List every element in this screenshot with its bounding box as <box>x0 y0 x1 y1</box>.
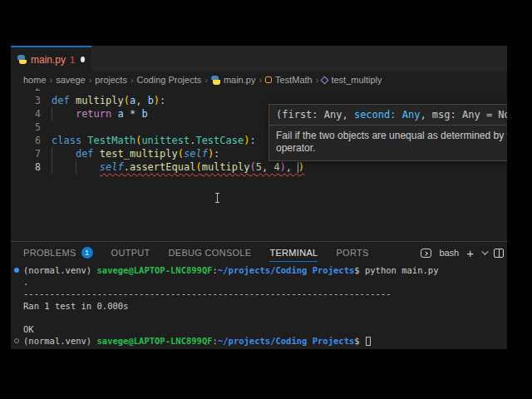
python-icon <box>17 55 27 64</box>
terminal-line-7: (normal.venv) savege@LAPTOP-LNC899QF:~/p… <box>11 335 507 347</box>
line-number: 4 <box>19 107 41 121</box>
terminal-line-1: (normal.venv) savege@LAPTOP-LNC899QF:~/p… <box>11 264 507 276</box>
breadcrumb-item-coding-projects[interactable]: Coding Projects <box>137 75 202 85</box>
terminal-line-6: OK <box>11 323 507 335</box>
modified-dot-icon[interactable] <box>81 57 85 62</box>
tooltip-signature: (first: Any, second: Any, msg: Any = Non… <box>269 105 507 125</box>
panel-tab-debug-console[interactable]: DEBUG CONSOLE <box>169 244 252 262</box>
line-number: 5 <box>19 121 41 134</box>
terminal-icon <box>421 249 431 258</box>
breadcrumb-item-testmath[interactable]: TestMath <box>265 75 313 85</box>
hover-tooltip: (first: Any, second: Any, msg: Any = Non… <box>268 104 507 161</box>
command-decoration-icon[interactable] <box>14 268 19 273</box>
breadcrumb-separator-icon: › <box>131 75 134 85</box>
breadcrumb-item-home[interactable]: home <box>23 75 47 85</box>
command-decoration-icon[interactable] <box>14 338 19 343</box>
terminal-line-2: . <box>11 276 507 288</box>
python-icon <box>211 76 220 85</box>
terminal-line-3: ----------------------------------------… <box>11 288 507 299</box>
panel-tab-output[interactable]: OUTPUT <box>111 244 150 262</box>
mouse-ibeam-cursor <box>214 193 220 203</box>
breadcrumb: home›savege›projects›Coding Projects›mai… <box>11 71 507 88</box>
panel-header: PROBLEMS1OUTPUTDEBUG CONSOLETERMINALPORT… <box>11 242 507 264</box>
class-icon <box>265 76 272 83</box>
breadcrumb-separator-icon: › <box>204 75 208 85</box>
split-terminal-icon[interactable] <box>494 249 504 258</box>
line-number: 7 <box>19 147 41 160</box>
breadcrumb-item-main-py[interactable]: main.py <box>211 75 256 85</box>
tab-title: main.py <box>31 54 66 66</box>
breadcrumb-item-savege[interactable]: savege <box>56 75 85 85</box>
breadcrumb-item-projects[interactable]: projects <box>95 75 127 85</box>
code-line-2: 2 <box>11 88 507 94</box>
editor-tab-bar: main.py 1 <box>11 46 507 71</box>
add-terminal-icon[interactable]: + <box>466 247 474 259</box>
code-line-8: 8 self.assertEqual(multiply(5, 4), ) <box>11 160 507 174</box>
panel-tabs: PROBLEMS1OUTPUTDEBUG CONSOLETERMINALPORT… <box>23 243 421 263</box>
panel-tab-problems[interactable]: PROBLEMS1 <box>23 243 93 263</box>
breadcrumb-item-test-multiply[interactable]: test_multiply <box>322 75 382 85</box>
terminal-cursor <box>366 337 371 346</box>
breadcrumb-separator-icon: › <box>259 75 262 85</box>
line-number: 2 <box>19 88 41 94</box>
shell-selector[interactable]: bash <box>439 248 459 258</box>
terminal-line-5 <box>11 312 507 323</box>
panel-actions: bash + <box>421 247 504 259</box>
breadcrumb-separator-icon: › <box>316 75 319 85</box>
line-number: 8 <box>19 160 41 174</box>
tab-main-py[interactable]: main.py 1 <box>11 46 91 71</box>
terminal-line-4: Ran 1 test in 0.000s <box>11 300 507 312</box>
problems-count-badge: 1 <box>81 247 93 259</box>
tab-problem-count: 1 <box>70 55 75 65</box>
line-number: 6 <box>19 134 41 147</box>
panel-tab-ports[interactable]: PORTS <box>336 244 368 262</box>
line-number: 3 <box>19 94 41 107</box>
tooltip-description: Fail if the two objects are unequal as d… <box>269 126 507 160</box>
terminal-output[interactable]: (normal.venv) savege@LAPTOP-LNC899QF:~/p… <box>11 264 507 349</box>
video-letterbox: main.py 1 home›savege›projects›Coding Pr… <box>0 0 532 399</box>
error-squiggle: self.assertEqual(multiply(5, 4), ) <box>100 161 304 173</box>
breadcrumb-separator-icon: › <box>50 75 53 85</box>
panel-tab-terminal[interactable]: TERMINAL <box>269 244 318 262</box>
method-icon <box>321 76 329 84</box>
vscode-window: main.py 1 home›savege›projects›Coding Pr… <box>11 46 507 349</box>
breadcrumb-separator-icon: › <box>89 75 92 85</box>
chevron-down-icon[interactable] <box>481 248 488 254</box>
